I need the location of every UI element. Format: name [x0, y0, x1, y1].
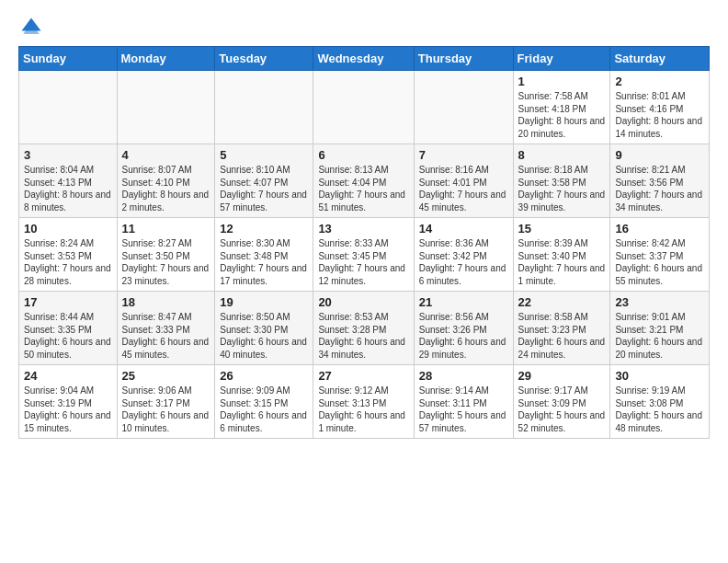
calendar-cell: 28Sunrise: 9:14 AM Sunset: 3:11 PM Dayli…: [414, 365, 513, 439]
day-number: 8: [518, 148, 606, 162]
weekday-header-row: SundayMondayTuesdayWednesdayThursdayFrid…: [19, 47, 710, 71]
day-number: 15: [518, 222, 606, 236]
calendar-cell: 30Sunrise: 9:19 AM Sunset: 3:08 PM Dayli…: [610, 365, 710, 439]
day-number: 19: [220, 295, 308, 309]
weekday-header-monday: Monday: [117, 47, 215, 71]
calendar-cell: 6Sunrise: 8:13 AM Sunset: 4:04 PM Daylig…: [313, 144, 414, 218]
calendar-cell: 21Sunrise: 8:56 AM Sunset: 3:26 PM Dayli…: [414, 292, 513, 365]
week-row-2: 3Sunrise: 8:04 AM Sunset: 4:13 PM Daylig…: [19, 144, 710, 218]
week-row-4: 17Sunrise: 8:44 AM Sunset: 3:35 PM Dayli…: [19, 292, 710, 365]
calendar-cell: 29Sunrise: 9:17 AM Sunset: 3:09 PM Dayli…: [513, 365, 610, 439]
calendar-cell: 2Sunrise: 8:01 AM Sunset: 4:16 PM Daylig…: [610, 71, 710, 144]
day-number: 6: [318, 148, 408, 162]
day-number: 14: [419, 222, 508, 236]
calendar-cell: 13Sunrise: 8:33 AM Sunset: 3:45 PM Dayli…: [313, 218, 414, 292]
calendar-cell: [313, 71, 414, 144]
weekday-header-tuesday: Tuesday: [215, 47, 313, 71]
day-number: 27: [318, 369, 408, 383]
calendar-cell: 26Sunrise: 9:09 AM Sunset: 3:15 PM Dayli…: [215, 365, 313, 439]
logo: [18, 15, 48, 40]
calendar-cell: 24Sunrise: 9:04 AM Sunset: 3:19 PM Dayli…: [19, 365, 118, 439]
day-info: Sunrise: 9:17 AM Sunset: 3:09 PM Dayligh…: [518, 385, 606, 434]
day-number: 26: [220, 369, 308, 383]
day-number: 10: [24, 222, 112, 236]
day-info: Sunrise: 8:44 AM Sunset: 3:35 PM Dayligh…: [24, 311, 112, 361]
day-info: Sunrise: 8:42 AM Sunset: 3:37 PM Dayligh…: [615, 237, 704, 287]
day-number: 3: [24, 148, 112, 162]
calendar-cell: 8Sunrise: 8:18 AM Sunset: 3:58 PM Daylig…: [513, 144, 610, 218]
day-info: Sunrise: 8:47 AM Sunset: 3:33 PM Dayligh…: [122, 311, 210, 361]
weekday-header-wednesday: Wednesday: [313, 47, 414, 71]
calendar-cell: 10Sunrise: 8:24 AM Sunset: 3:53 PM Dayli…: [19, 218, 118, 292]
day-info: Sunrise: 9:09 AM Sunset: 3:15 PM Dayligh…: [220, 385, 308, 434]
calendar-table: SundayMondayTuesdayWednesdayThursdayFrid…: [18, 46, 710, 439]
day-info: Sunrise: 9:01 AM Sunset: 3:21 PM Dayligh…: [615, 311, 704, 361]
day-info: Sunrise: 8:56 AM Sunset: 3:26 PM Dayligh…: [419, 311, 508, 361]
calendar-cell: 27Sunrise: 9:12 AM Sunset: 3:13 PM Dayli…: [313, 365, 414, 439]
calendar-cell: 19Sunrise: 8:50 AM Sunset: 3:30 PM Dayli…: [215, 292, 313, 365]
day-info: Sunrise: 8:07 AM Sunset: 4:10 PM Dayligh…: [122, 164, 210, 213]
calendar-cell: [117, 71, 215, 144]
day-info: Sunrise: 9:14 AM Sunset: 3:11 PM Dayligh…: [419, 385, 508, 434]
day-number: 18: [122, 295, 210, 309]
weekday-header-friday: Friday: [513, 47, 610, 71]
day-info: Sunrise: 8:30 AM Sunset: 3:48 PM Dayligh…: [220, 237, 308, 287]
day-info: Sunrise: 8:58 AM Sunset: 3:23 PM Dayligh…: [518, 311, 606, 361]
day-number: 29: [518, 369, 606, 383]
day-number: 17: [24, 295, 112, 309]
day-info: Sunrise: 8:50 AM Sunset: 3:30 PM Dayligh…: [220, 311, 308, 361]
day-number: 30: [615, 369, 704, 383]
header: [18, 15, 710, 40]
day-number: 20: [318, 295, 408, 309]
day-number: 5: [220, 148, 308, 162]
week-row-3: 10Sunrise: 8:24 AM Sunset: 3:53 PM Dayli…: [19, 218, 710, 292]
weekday-header-sunday: Sunday: [19, 47, 118, 71]
calendar-cell: 25Sunrise: 9:06 AM Sunset: 3:17 PM Dayli…: [117, 365, 215, 439]
day-info: Sunrise: 8:39 AM Sunset: 3:40 PM Dayligh…: [518, 237, 606, 287]
day-info: Sunrise: 8:18 AM Sunset: 3:58 PM Dayligh…: [518, 164, 606, 213]
calendar-cell: 7Sunrise: 8:16 AM Sunset: 4:01 PM Daylig…: [414, 144, 513, 218]
day-info: Sunrise: 9:04 AM Sunset: 3:19 PM Dayligh…: [24, 385, 112, 434]
calendar-cell: 23Sunrise: 9:01 AM Sunset: 3:21 PM Dayli…: [610, 292, 710, 365]
calendar-cell: 1Sunrise: 7:58 AM Sunset: 4:18 PM Daylig…: [513, 71, 610, 144]
week-row-1: 1Sunrise: 7:58 AM Sunset: 4:18 PM Daylig…: [19, 71, 710, 144]
calendar-cell: 9Sunrise: 8:21 AM Sunset: 3:56 PM Daylig…: [610, 144, 710, 218]
day-info: Sunrise: 8:36 AM Sunset: 3:42 PM Dayligh…: [419, 237, 508, 287]
calendar-cell: [19, 71, 118, 144]
day-info: Sunrise: 8:10 AM Sunset: 4:07 PM Dayligh…: [220, 164, 308, 213]
day-number: 25: [122, 369, 210, 383]
day-number: 16: [615, 222, 704, 236]
day-number: 7: [419, 148, 508, 162]
day-number: 22: [518, 295, 606, 309]
day-number: 28: [419, 369, 508, 383]
day-number: 23: [615, 295, 704, 309]
day-info: Sunrise: 8:53 AM Sunset: 3:28 PM Dayligh…: [318, 311, 408, 361]
calendar-cell: [414, 71, 513, 144]
logo-icon: [18, 15, 44, 40]
day-number: 9: [615, 148, 704, 162]
day-info: Sunrise: 8:04 AM Sunset: 4:13 PM Dayligh…: [24, 164, 112, 213]
day-info: Sunrise: 7:58 AM Sunset: 4:18 PM Dayligh…: [518, 90, 606, 140]
calendar-cell: 15Sunrise: 8:39 AM Sunset: 3:40 PM Dayli…: [513, 218, 610, 292]
day-info: Sunrise: 9:06 AM Sunset: 3:17 PM Dayligh…: [122, 385, 210, 434]
day-number: 24: [24, 369, 112, 383]
calendar-cell: 16Sunrise: 8:42 AM Sunset: 3:37 PM Dayli…: [610, 218, 710, 292]
day-info: Sunrise: 8:21 AM Sunset: 3:56 PM Dayligh…: [615, 164, 704, 213]
day-info: Sunrise: 8:13 AM Sunset: 4:04 PM Dayligh…: [318, 164, 408, 213]
day-info: Sunrise: 8:01 AM Sunset: 4:16 PM Dayligh…: [615, 90, 704, 140]
calendar-cell: 3Sunrise: 8:04 AM Sunset: 4:13 PM Daylig…: [19, 144, 118, 218]
day-number: 1: [518, 75, 606, 88]
week-row-5: 24Sunrise: 9:04 AM Sunset: 3:19 PM Dayli…: [19, 365, 710, 439]
calendar-cell: 12Sunrise: 8:30 AM Sunset: 3:48 PM Dayli…: [215, 218, 313, 292]
day-info: Sunrise: 8:33 AM Sunset: 3:45 PM Dayligh…: [318, 237, 408, 287]
calendar-cell: 17Sunrise: 8:44 AM Sunset: 3:35 PM Dayli…: [19, 292, 118, 365]
weekday-header-thursday: Thursday: [414, 47, 513, 71]
day-number: 4: [122, 148, 210, 162]
day-number: 12: [220, 222, 308, 236]
page: SundayMondayTuesdayWednesdayThursdayFrid…: [0, 0, 728, 454]
calendar-cell: 22Sunrise: 8:58 AM Sunset: 3:23 PM Dayli…: [513, 292, 610, 365]
day-info: Sunrise: 8:16 AM Sunset: 4:01 PM Dayligh…: [419, 164, 508, 213]
calendar-cell: 14Sunrise: 8:36 AM Sunset: 3:42 PM Dayli…: [414, 218, 513, 292]
calendar-cell: 5Sunrise: 8:10 AM Sunset: 4:07 PM Daylig…: [215, 144, 313, 218]
day-info: Sunrise: 8:27 AM Sunset: 3:50 PM Dayligh…: [122, 237, 210, 287]
